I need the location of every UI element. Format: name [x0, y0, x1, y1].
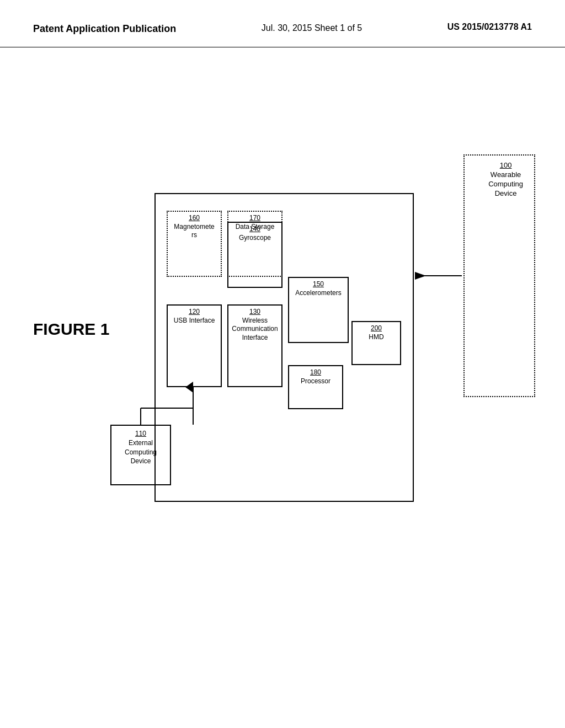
processor-box: 180 Processor	[288, 365, 343, 409]
ext-label: ExternalComputingDevice	[115, 438, 167, 466]
accelerometers-number: 150	[291, 280, 345, 289]
magnetometers-number: 160	[170, 214, 218, 223]
hmd-label: HMD	[355, 333, 398, 342]
wireless-interface-box: 130 WirelessCommunicationInterface	[227, 304, 282, 387]
processor-label: Processor	[291, 377, 340, 386]
figure-label: FIGURE 1	[33, 320, 109, 339]
magnetometers-box: 160 Magnetometers	[167, 211, 222, 277]
wireless-number: 130	[231, 308, 279, 317]
accelerometers-box: 150 Accelerometers	[288, 277, 349, 343]
ext-number: 110	[115, 429, 167, 438]
diagram-area: 100 WearableComputingDevice 160 Magnetom…	[110, 154, 541, 574]
wcd-text: WearableComputingDevice	[488, 170, 523, 197]
wireless-label: WirelessCommunicationInterface	[231, 317, 279, 342]
hmd-number: 200	[355, 324, 398, 333]
date-sheet-label: Jul. 30, 2015 Sheet 1 of 5	[262, 22, 362, 34]
wearable-computing-device-box: 100 WearableComputingDevice	[463, 154, 535, 397]
hmd-box: 200 HMD	[351, 321, 401, 365]
wcd-label: 100 WearableComputingDevice	[488, 161, 523, 199]
gyroscope-box: 140 Gyroscope	[227, 222, 282, 288]
gyroscope-number: 140	[231, 225, 279, 234]
external-computing-device-box: 110 ExternalComputingDevice	[110, 425, 171, 485]
page-header: Patent Application Publication Jul. 30, …	[0, 0, 565, 47]
accelerometers-label: Accelerometers	[291, 289, 345, 298]
processor-number: 180	[291, 368, 340, 377]
main-system-box: 160 Magnetometers 170 Data Storage 140 G…	[154, 193, 414, 502]
publication-label: Patent Application Publication	[33, 22, 176, 36]
gyroscope-label: Gyroscope	[231, 234, 279, 243]
usb-label: USB Interface	[170, 317, 218, 325]
wcd-number: 100	[500, 161, 512, 169]
magnetometers-label: Magnetometers	[170, 223, 218, 240]
patent-number-label: US 2015/0213778 A1	[447, 22, 532, 32]
usb-number: 120	[170, 308, 218, 317]
usb-interface-box: 120 USB Interface	[167, 304, 222, 387]
